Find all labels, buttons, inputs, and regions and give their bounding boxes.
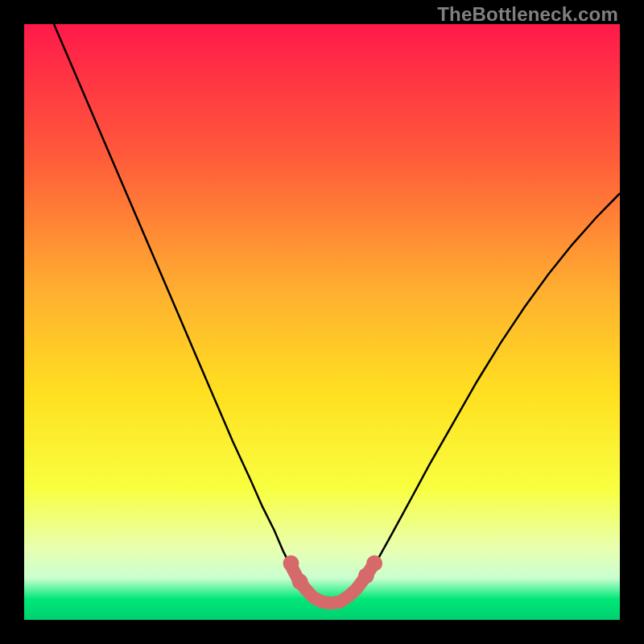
marker-dot [292, 574, 308, 590]
chart-svg [24, 24, 620, 620]
marker-dot [366, 555, 382, 572]
attribution-text: TheBottleneck.com [437, 3, 618, 26]
gradient-background [24, 24, 620, 620]
marker-dot [283, 555, 299, 572]
chart-plot-area [24, 24, 620, 620]
